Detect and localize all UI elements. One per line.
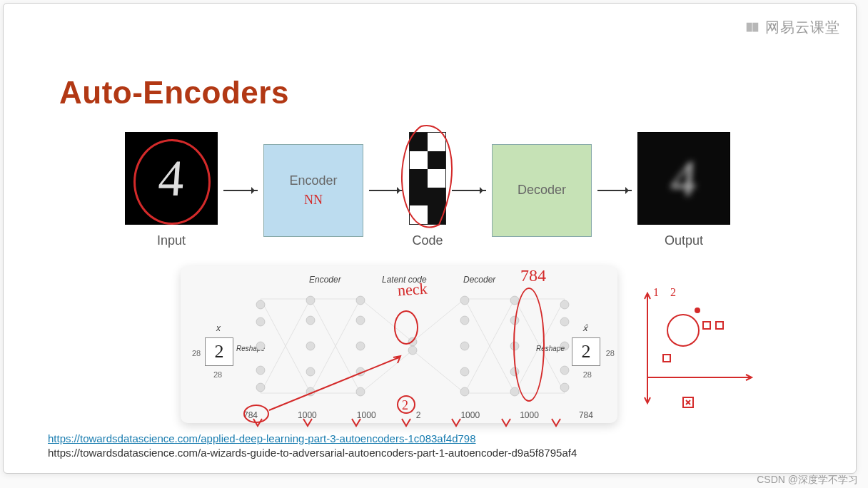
output-block: 4 Output — [637, 132, 730, 248]
encoder-annotation: NN — [304, 193, 323, 208]
svg-point-30 — [356, 296, 365, 305]
svg-point-51 — [560, 383, 569, 392]
svg-point-27 — [306, 342, 315, 350]
svg-point-46 — [510, 387, 519, 396]
panel-output-image: 2 — [572, 337, 600, 366]
x-in-label: x — [216, 323, 221, 333]
reference-link-1[interactable]: https://towardsdatascience.com/applied-d… — [48, 432, 577, 446]
decoder-block: Decoder — [492, 144, 592, 237]
svg-point-37 — [460, 296, 469, 305]
svg-line-10 — [413, 299, 465, 342]
annotation-side-diagram — [632, 283, 760, 412]
annotation-circle-code — [389, 118, 475, 239]
svg-point-40 — [460, 367, 469, 376]
panel-input-image: 2 — [205, 337, 233, 366]
encoder-label: Encoder — [289, 173, 337, 188]
svg-rect-54 — [716, 322, 723, 329]
svg-point-52 — [667, 315, 699, 346]
panel-encoder-label: Encoder — [309, 275, 341, 285]
decoder-label: Decoder — [518, 183, 566, 198]
output-label: Output — [665, 233, 703, 248]
svg-point-20 — [256, 300, 265, 309]
reference-links: https://towardsdatascience.com/applied-d… — [48, 432, 577, 461]
svg-point-38 — [460, 316, 469, 325]
annotation-neck: neck — [397, 280, 428, 300]
annotation-circle-lastlayer — [513, 288, 545, 402]
brand-text: 网易云课堂 — [765, 18, 840, 37]
dim-label: 28 — [606, 349, 615, 357]
dim-label: 28 — [583, 370, 592, 379]
svg-line-11 — [413, 350, 465, 393]
arrow-icon — [223, 190, 258, 191]
svg-point-24 — [256, 383, 265, 392]
annotation-784-text: 784 — [520, 266, 546, 285]
slide-card: 网易云课堂 Auto-Encoders 4 Input Encoder NN C… — [3, 3, 857, 474]
svg-point-41 — [460, 387, 469, 396]
annotation-circle-neck — [394, 310, 418, 345]
svg-point-26 — [306, 316, 315, 325]
encoder-block: Encoder NN — [263, 144, 363, 237]
svg-point-21 — [256, 317, 265, 326]
annotation-checkmarks — [246, 417, 582, 432]
svg-point-48 — [560, 317, 569, 326]
panel-decoder-label: Decoder — [463, 275, 495, 285]
svg-point-47 — [560, 300, 569, 309]
annotation-arrow — [268, 355, 403, 412]
book-icon — [744, 20, 761, 36]
slide-title: Auto-Encoders — [59, 75, 289, 111]
svg-point-31 — [356, 316, 365, 325]
input-label: Input — [157, 233, 186, 248]
svg-point-23 — [256, 366, 265, 375]
svg-point-50 — [560, 366, 569, 375]
svg-rect-53 — [703, 322, 710, 329]
annotation-circle-input — [133, 139, 211, 225]
reference-link-2[interactable]: https://towardsdatascience.com/a-wizards… — [48, 446, 577, 460]
svg-point-56 — [695, 308, 700, 312]
svg-point-25 — [306, 296, 315, 305]
annotation-axis-2: 2 — [670, 286, 676, 299]
svg-point-22 — [256, 342, 265, 350]
svg-rect-55 — [663, 355, 670, 362]
svg-point-36 — [408, 346, 417, 355]
arrow-icon — [597, 190, 632, 191]
output-image: 4 — [637, 132, 730, 225]
watermark: CSDN @深度学不学习 — [757, 474, 858, 487]
brand-logo: 网易云课堂 — [744, 18, 840, 37]
annotation-axis-1: 1 — [653, 286, 659, 299]
svg-point-32 — [356, 342, 365, 350]
svg-point-39 — [460, 342, 469, 350]
dim-label: 28 — [192, 349, 201, 357]
dim-label: 28 — [213, 370, 222, 379]
encoder-box: Encoder NN — [263, 144, 363, 237]
x-out-label: x̂ — [582, 323, 587, 333]
decoder-box: Decoder — [492, 144, 592, 237]
